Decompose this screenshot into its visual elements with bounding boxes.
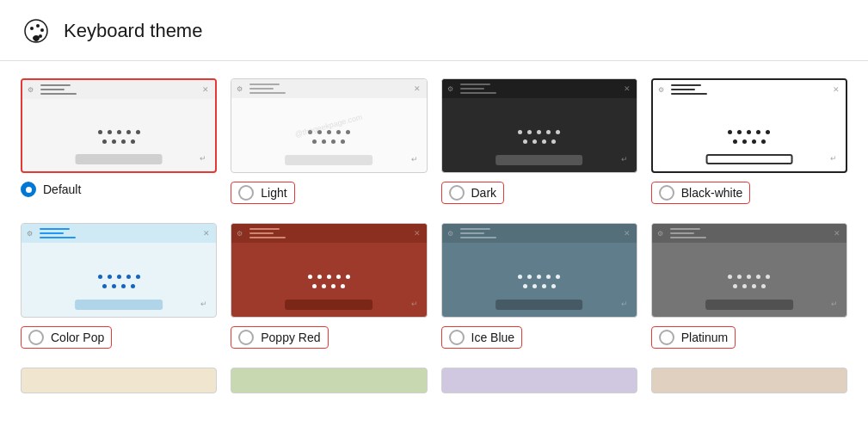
dot	[752, 139, 756, 144]
theme-item-poppyred[interactable]: ⚙✕↵Poppy Red	[231, 223, 427, 350]
dots-row-1	[98, 130, 140, 134]
dot	[747, 275, 751, 279]
dot	[346, 130, 350, 134]
theme-item-row3-2[interactable]	[441, 368, 637, 393]
preview-gear-icon: ⚙	[237, 85, 243, 93]
theme-label-default[interactable]: Default	[21, 180, 217, 199]
theme-label-dark[interactable]: Dark	[441, 180, 637, 206]
theme-name-dark: Dark	[471, 186, 497, 200]
preview-line-2	[460, 237, 496, 238]
theme-label-box-colorpop[interactable]: Color Pop	[21, 326, 112, 349]
dot	[551, 284, 556, 288]
preview-line-1	[249, 232, 274, 234]
dot	[131, 284, 135, 288]
dot	[117, 130, 121, 134]
theme-item-row3-3[interactable]	[651, 368, 847, 393]
theme-item-light[interactable]: ⚙✕↵@thegeekpage.comLight	[231, 78, 427, 206]
dots-row-1	[308, 275, 350, 279]
dot	[121, 139, 126, 144]
radio-dark[interactable]	[449, 185, 465, 201]
theme-label-light[interactable]: Light	[231, 180, 427, 206]
dot	[117, 275, 121, 279]
dot	[136, 130, 140, 134]
preview-line-0	[249, 83, 280, 85]
dot	[728, 275, 732, 279]
dot	[308, 130, 312, 134]
radio-iceblue[interactable]	[449, 330, 465, 345]
theme-item-colorpop[interactable]: ⚙✕↵Color Pop	[21, 223, 217, 350]
dot	[322, 139, 326, 144]
theme-item-blackwhite[interactable]: ⚙✕↵Black-white	[651, 78, 847, 206]
theme-item-iceblue[interactable]: ⚙✕↵Ice Blue	[441, 223, 637, 350]
theme-preview-colorpop: ⚙✕↵	[21, 223, 217, 318]
preview-topbar: ⚙✕	[442, 79, 637, 98]
preview-topbar: ⚙✕	[22, 224, 216, 243]
radio-default[interactable]	[21, 182, 36, 197]
dot	[131, 139, 135, 144]
preview-line-2	[249, 237, 286, 238]
radio-colorpop[interactable]	[28, 330, 44, 345]
dot	[108, 275, 112, 279]
theme-label-box-dark[interactable]: Dark	[441, 182, 505, 204]
theme-label-poppyred[interactable]: Poppy Red	[231, 325, 427, 350]
theme-label-iceblue[interactable]: Ice Blue	[441, 325, 637, 350]
theme-label-blackwhite[interactable]: Black-white	[651, 180, 847, 206]
dot	[546, 130, 551, 134]
radio-poppyred[interactable]	[238, 330, 254, 345]
preview-gear-icon: ⚙	[657, 230, 663, 238]
dot	[733, 139, 737, 144]
preview-spacebar	[705, 300, 793, 310]
theme-preview-blackwhite: ⚙✕↵	[651, 78, 847, 173]
preview-line-1	[249, 88, 274, 90]
theme-label-box-iceblue[interactable]: Ice Blue	[441, 326, 523, 349]
preview-line-2	[670, 237, 706, 238]
dot	[742, 284, 747, 288]
dot	[331, 284, 336, 288]
dot	[756, 275, 760, 279]
preview-close-icon: ✕	[203, 229, 210, 238]
preview-lines	[670, 228, 706, 238]
theme-item-dark[interactable]: ⚙✕↵Dark	[441, 78, 637, 206]
dots-row-1	[518, 275, 560, 279]
dots-row-1	[98, 275, 140, 279]
theme-label-box-platinum[interactable]: Platinum	[651, 326, 736, 349]
radio-platinum[interactable]	[659, 330, 674, 345]
dot	[341, 139, 345, 144]
theme-name-default: Default	[43, 182, 81, 196]
theme-label-box-light[interactable]: Light	[231, 182, 294, 204]
dot	[312, 139, 317, 144]
dot	[527, 275, 532, 279]
dot	[346, 275, 350, 279]
theme-item-row3-0[interactable]	[21, 368, 217, 393]
preview-close-icon: ✕	[624, 84, 631, 93]
dots-row-1	[518, 130, 560, 134]
preview-close-icon: ✕	[414, 84, 421, 93]
dot	[556, 130, 560, 134]
dot	[112, 139, 116, 144]
preview-enter-icon: ↵	[411, 155, 418, 164]
preview-lines	[671, 84, 707, 95]
theme-grid: ⚙✕↵Default⚙✕↵@thegeekpage.comLight⚙✕↵Dar…	[21, 78, 847, 393]
theme-item-platinum[interactable]: ⚙✕↵Platinum	[651, 223, 847, 350]
theme-label-box-poppyred[interactable]: Poppy Red	[231, 326, 328, 349]
theme-item-default[interactable]: ⚙✕↵Default	[21, 78, 217, 206]
dot	[336, 275, 341, 279]
dots-row-2	[523, 284, 556, 288]
theme-item-row3-1[interactable]	[231, 368, 427, 393]
dot	[331, 139, 336, 144]
theme-label-platinum[interactable]: Platinum	[651, 325, 847, 350]
preview-line-1	[40, 232, 64, 234]
preview-topbar: ⚙✕	[231, 224, 426, 243]
dot	[752, 284, 756, 288]
dot	[112, 284, 116, 288]
preview-close-icon: ✕	[202, 85, 209, 94]
preview-topbar: ⚙✕	[653, 80, 846, 99]
preview-gear-icon: ⚙	[237, 230, 243, 238]
theme-label-box-blackwhite[interactable]: Black-white	[651, 182, 751, 204]
dots-row-1	[308, 130, 350, 134]
radio-light[interactable]	[238, 185, 254, 201]
dot	[527, 130, 532, 134]
preview-spacebar	[285, 300, 372, 310]
theme-label-colorpop[interactable]: Color Pop	[21, 325, 217, 350]
radio-blackwhite[interactable]	[659, 185, 674, 201]
